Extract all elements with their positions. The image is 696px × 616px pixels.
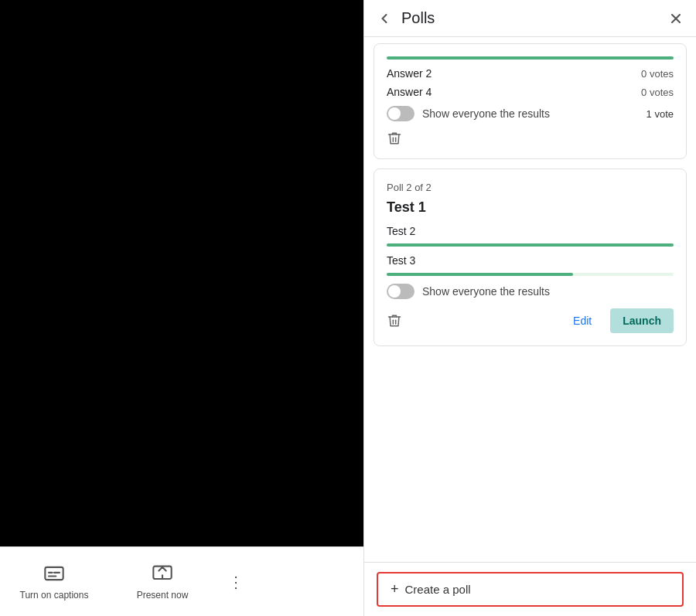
show-results-label-2: Show everyone the results bbox=[422, 285, 550, 298]
poll-label: Poll 2 of 2 bbox=[387, 182, 674, 193]
progress-bar-test3 bbox=[387, 273, 674, 276]
progress-bar-test2 bbox=[387, 243, 674, 247]
poll-actions-2: Edit Launch bbox=[387, 308, 674, 333]
show-results-toggle-2[interactable] bbox=[387, 284, 415, 299]
answer-text-test2: Test 2 bbox=[387, 225, 415, 237]
delete-poll-2-button[interactable] bbox=[387, 313, 402, 328]
poll-title: Test 1 bbox=[387, 199, 674, 216]
answer-row: Answer 2 0 votes bbox=[387, 67, 674, 80]
create-poll-label: Create a poll bbox=[405, 583, 471, 596]
present-icon bbox=[152, 563, 173, 587]
poll-actions-right: Edit Launch bbox=[561, 308, 674, 333]
progress-fill-test2 bbox=[387, 243, 674, 247]
progress-fill-test3 bbox=[387, 273, 573, 276]
captions-icon bbox=[43, 563, 65, 587]
poll-card-partial: Answer 2 0 votes Answer 4 0 votes Show e… bbox=[374, 43, 687, 159]
polls-title: Polls bbox=[401, 9, 659, 27]
show-results-toggle[interactable] bbox=[387, 106, 415, 121]
show-results-label: Show everyone the results bbox=[422, 107, 550, 120]
create-poll-bar: + Create a poll bbox=[364, 562, 696, 616]
polls-header: Polls bbox=[364, 0, 696, 37]
toggle-knob-2 bbox=[388, 285, 401, 298]
answer-row: Answer 4 0 votes bbox=[387, 86, 674, 98]
svg-rect-2 bbox=[45, 567, 63, 580]
answer-row-test2: Test 2 bbox=[387, 225, 674, 237]
present-now-button[interactable]: Present now bbox=[108, 547, 217, 617]
delete-poll-button[interactable] bbox=[387, 131, 402, 146]
answer-text: Answer 4 bbox=[387, 86, 432, 98]
captions-button[interactable]: Turn on captions bbox=[0, 547, 108, 617]
answer-text: Answer 2 bbox=[387, 67, 432, 80]
vote-count: 0 votes bbox=[641, 68, 674, 80]
launch-poll-button[interactable]: Launch bbox=[610, 308, 674, 333]
bottom-bar: Turn on captions Present now ⋮ bbox=[0, 546, 363, 616]
polls-content: Answer 2 0 votes Answer 4 0 votes Show e… bbox=[364, 37, 696, 616]
close-button[interactable] bbox=[668, 11, 684, 26]
edit-poll-button[interactable]: Edit bbox=[561, 308, 604, 333]
create-poll-button[interactable]: + Create a poll bbox=[377, 572, 684, 607]
back-button[interactable] bbox=[377, 11, 392, 26]
show-results-row-2: Show everyone the results bbox=[387, 284, 674, 299]
captions-label: Turn on captions bbox=[20, 590, 89, 601]
toggle-knob bbox=[388, 107, 401, 120]
more-icon: ⋮ bbox=[228, 573, 244, 591]
results-vote-count: 1 vote bbox=[647, 108, 674, 120]
more-options-button[interactable]: ⋮ bbox=[217, 547, 255, 617]
plus-icon: + bbox=[391, 581, 399, 597]
present-label: Present now bbox=[137, 590, 189, 601]
answer-row-test3: Test 3 bbox=[387, 254, 674, 267]
poll-card-2: Poll 2 of 2 Test 1 Test 2 Test 3 bbox=[374, 168, 687, 346]
show-results-row: Show everyone the results 1 vote bbox=[387, 106, 674, 121]
vote-count: 0 votes bbox=[641, 87, 674, 98]
answer-text-test3: Test 3 bbox=[387, 254, 415, 267]
poll-actions bbox=[387, 131, 674, 146]
